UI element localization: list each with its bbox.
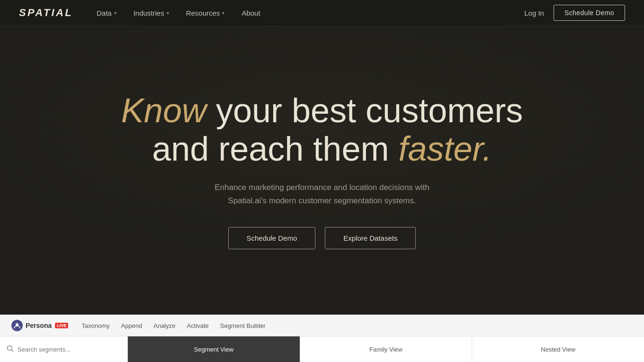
live-badge: LIVE bbox=[55, 323, 68, 328]
schedule-demo-nav-button[interactable]: Schedule Demo bbox=[554, 5, 625, 21]
hero-subtext: Enhance marketing performance and locati… bbox=[215, 181, 429, 207]
family-view-tab[interactable]: Family View bbox=[300, 336, 473, 362]
bottom-panel: PersonaLIVE Taxonomy Append Analyze Ac bbox=[0, 315, 644, 362]
persona-nav-analyze[interactable]: Analyze bbox=[153, 321, 175, 330]
search-segments-input[interactable] bbox=[18, 346, 121, 353]
nested-view-tab[interactable]: Nested View bbox=[472, 336, 644, 362]
persona-nav-activate[interactable]: Activate bbox=[187, 321, 209, 330]
persona-nav-links: Taxonomy Append Analyze Activate bbox=[81, 321, 266, 330]
search-icon bbox=[7, 345, 14, 353]
chevron-down-icon: ▾ bbox=[222, 10, 224, 16]
persona-svg-icon bbox=[14, 322, 20, 329]
segment-view-tab[interactable]: Segment View bbox=[128, 336, 300, 362]
headline-rest1: your best customers bbox=[206, 91, 523, 129]
chevron-down-icon: ▾ bbox=[167, 10, 169, 16]
persona-nav-taxonomy[interactable]: Taxonomy bbox=[81, 321, 109, 330]
main-nav: SPATIAL Data ▾ Industries ▾ Resources ▾ bbox=[0, 0, 644, 26]
nav-right: Log In Schedule Demo bbox=[524, 5, 625, 21]
site-logo[interactable]: SPATIAL bbox=[19, 7, 73, 19]
hero-actions: Schedule Demo Explore Datasets bbox=[228, 227, 416, 249]
nav-item-data[interactable]: Data ▾ bbox=[90, 6, 123, 20]
persona-icon bbox=[11, 320, 23, 331]
headline-know: Know bbox=[121, 91, 206, 129]
search-box bbox=[0, 336, 128, 362]
nav-item-industries[interactable]: Industries ▾ bbox=[127, 6, 176, 20]
hero-section: Know your best customers and reach them … bbox=[0, 0, 644, 315]
persona-nav-segment-builder[interactable]: Segment Builder bbox=[220, 321, 266, 330]
login-link[interactable]: Log In bbox=[524, 9, 544, 17]
persona-logo: PersonaLIVE bbox=[11, 320, 68, 331]
headline-line2-start: and reach them bbox=[152, 130, 398, 168]
nav-left: SPATIAL Data ▾ Industries ▾ Resources ▾ bbox=[19, 6, 267, 20]
schedule-demo-hero-button[interactable]: Schedule Demo bbox=[228, 227, 316, 249]
nav-links: Data ▾ Industries ▾ Resources ▾ About bbox=[90, 6, 267, 20]
chevron-down-icon: ▾ bbox=[114, 10, 116, 16]
nav-item-about[interactable]: About bbox=[235, 6, 267, 20]
svg-line-2 bbox=[12, 350, 14, 352]
view-tabs-bar: Segment View Family View Nested View bbox=[0, 336, 644, 362]
headline-faster: faster. bbox=[398, 130, 492, 168]
hero-headline: Know your best customers and reach them … bbox=[121, 91, 523, 168]
persona-nav-append[interactable]: Append bbox=[121, 321, 143, 330]
svg-point-0 bbox=[16, 323, 18, 326]
nav-item-resources[interactable]: Resources ▾ bbox=[179, 6, 232, 20]
persona-bar: PersonaLIVE Taxonomy Append Analyze Ac bbox=[0, 315, 644, 336]
explore-datasets-button[interactable]: Explore Datasets bbox=[325, 227, 416, 249]
